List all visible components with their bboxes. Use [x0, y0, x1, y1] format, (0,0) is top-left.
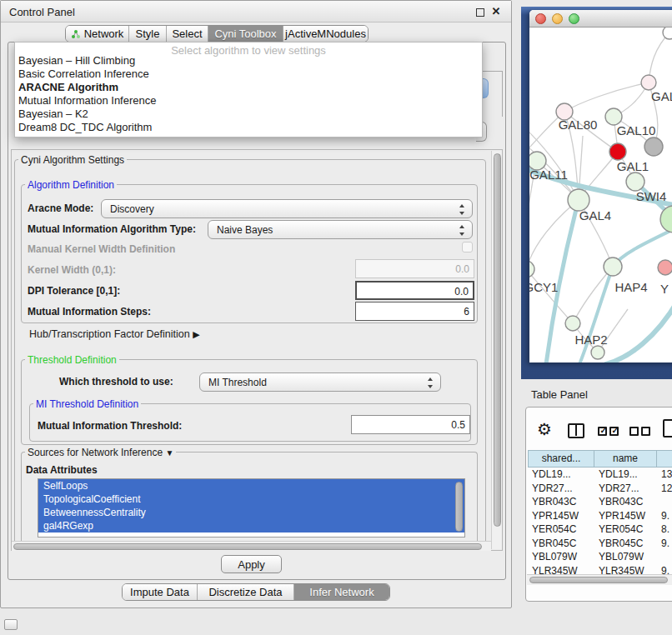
gear-icon[interactable]: ⚙ — [537, 421, 552, 438]
network-view-window: GALGAL80GAL10GAL1GAL11SWI4GAL4GCY1HAP4YH… — [529, 10, 672, 362]
sources-toggle[interactable]: Sources for Network Inference ▼ — [25, 447, 176, 458]
tab-network[interactable]: Network — [66, 26, 129, 42]
table-cell: YBR043C — [528, 495, 594, 509]
node-label: HAP2 — [574, 332, 607, 347]
control-panel-window: Control Panel ✕ NetworkStyleSelectCyni T… — [0, 0, 512, 608]
select-all-icon[interactable] — [598, 427, 619, 436]
which-threshold-select[interactable]: MI Threshold — [199, 372, 441, 392]
vertical-scrollbar-thumb[interactable] — [494, 153, 501, 527]
show-columns-icon[interactable] — [568, 423, 584, 438]
network-canvas[interactable]: GALGAL80GAL10GAL1GAL11SWI4GAL4GCY1HAP4YH… — [529, 28, 672, 362]
network-node[interactable] — [641, 75, 656, 90]
table-cell: 9. — [657, 537, 672, 551]
table-body[interactable]: YDL19...YDL19...13YDR27...YDR27...12YBR0… — [528, 468, 672, 574]
horizontal-scrollbar[interactable] — [12, 541, 491, 551]
mi-algorithm-type-select[interactable]: Naive Bayes — [208, 220, 473, 239]
cyni-bottom-tabs: Impute DataDiscretize DataInfer Network — [122, 583, 390, 601]
network-window-titlebar[interactable] — [529, 10, 672, 28]
table-row[interactable]: YPR145WYPR145W9. — [528, 509, 672, 523]
network-node[interactable] — [605, 108, 622, 125]
table-row[interactable]: YDL19...YDL19...13 — [528, 468, 672, 482]
tab-style[interactable]: Style — [129, 26, 167, 42]
algorithm-option[interactable]: Dream8 DC_TDC Algorithm — [18, 121, 152, 133]
data-attributes-list[interactable]: SelfLoopsTopologicalCoefficientBetweenne… — [38, 478, 465, 538]
export-table-icon[interactable] — [663, 419, 672, 438]
network-node-labels: GALGAL80GAL10GAL1GAL11SWI4GAL4GCY1HAP4YH… — [529, 89, 672, 347]
close-icon[interactable]: ✕ — [491, 7, 501, 17]
data-attribute-item[interactable]: SelfLoops — [38, 479, 464, 492]
column-header[interactable]: shared... — [528, 450, 594, 468]
network-node[interactable] — [658, 260, 672, 275]
table-row[interactable]: YDR27...YDR27...12 — [528, 482, 672, 496]
algorithm-option[interactable]: Bayesian – K2 — [18, 108, 88, 120]
table-header-row: shared...name — [528, 450, 672, 468]
table-horizontal-scrollbar[interactable] — [527, 574, 672, 585]
column-header[interactable]: name — [594, 450, 657, 468]
minimize-traffic-light-icon[interactable] — [552, 13, 563, 24]
tab-jactivemnodules[interactable]: jActiveMNodules — [283, 26, 368, 42]
deselect-all-icon[interactable] — [629, 427, 650, 436]
list-scrollbar-thumb[interactable] — [455, 482, 463, 532]
mi-steps-field[interactable]: 6 — [355, 302, 474, 321]
table-panel-window: ⚙ shared...name YDL19...YDL19...13YDR27.… — [525, 407, 672, 602]
algorithm-option[interactable]: ARACNE Algorithm — [18, 81, 118, 93]
expand-down-icon: ▼ — [165, 448, 173, 458]
network-node[interactable] — [609, 143, 626, 160]
network-node[interactable] — [644, 138, 663, 156]
apply-button[interactable]: Apply — [221, 555, 282, 573]
tab-infer-network[interactable]: Infer Network — [294, 584, 389, 600]
tab-select[interactable]: Select — [167, 26, 208, 42]
tab-cyni-toolbox[interactable]: Cyni Toolbox — [208, 26, 283, 42]
table-cell: YBR043C — [594, 495, 657, 509]
table-row[interactable]: YBR043CYBR043C — [528, 495, 672, 509]
network-node[interactable] — [529, 261, 534, 278]
table-cell: 8. — [657, 522, 672, 537]
control-panel-title: Control Panel — [9, 6, 75, 18]
data-attribute-item[interactable]: gal4RGexp — [38, 519, 464, 532]
table-cell: 9. — [657, 564, 672, 575]
table-row[interactable]: YLR345WYLR345W9. — [528, 564, 672, 575]
table-cell: YBR045C — [528, 537, 594, 551]
data-attribute-item[interactable]: BetweennessCentrality — [38, 506, 464, 519]
node-label: GAL11 — [529, 168, 568, 182]
table-cell: YDL19... — [594, 468, 657, 482]
table-row[interactable]: YER054CYER054C8. — [528, 522, 672, 537]
float-window-icon[interactable] — [476, 8, 484, 17]
table-cell: YLR345W — [528, 564, 594, 575]
network-node[interactable] — [626, 172, 644, 191]
which-threshold-label: Which threshold to use: — [59, 376, 173, 388]
zoom-traffic-light-icon[interactable] — [569, 13, 579, 24]
algorithm-option[interactable]: Bayesian – Hill Climbing — [18, 54, 135, 67]
mi-threshold-field[interactable]: 0.5 — [351, 415, 470, 434]
aracne-mode-select[interactable]: Discovery — [101, 199, 473, 218]
tab-discretize-data[interactable]: Discretize Data — [198, 584, 294, 600]
control-panel-tabs: NetworkStyleSelectCyni ToolboxjActiveMNo… — [65, 25, 369, 42]
network-node[interactable] — [604, 258, 622, 276]
table-row[interactable]: YBR045CYBR045C9. — [528, 537, 672, 551]
network-node[interactable] — [591, 346, 604, 359]
network-node[interactable] — [565, 316, 580, 331]
kernel-width-field[interactable]: 0.0 — [355, 259, 474, 278]
network-node[interactable] — [663, 28, 672, 39]
tab-impute-data[interactable]: Impute Data — [123, 584, 198, 600]
network-icon — [71, 29, 81, 39]
data-attribute-item[interactable]: TopologicalCoefficient — [38, 492, 464, 506]
table-row[interactable]: YBL079WYBL079W — [528, 550, 672, 564]
collapsed-panel-icon[interactable] — [4, 619, 18, 630]
table-cell: YER054C — [594, 522, 657, 537]
table-cell: 9. — [657, 509, 672, 523]
table-panel-title: Table Panel — [531, 388, 588, 401]
hub-definition-toggle[interactable]: Hub/Transcription Factor Definition ▶ — [29, 328, 200, 340]
vertical-scrollbar[interactable] — [491, 151, 502, 549]
horizontal-scrollbar-thumb[interactable] — [13, 543, 482, 550]
manual-kernel-checkbox[interactable] — [462, 242, 473, 252]
combo-spinner-icon — [459, 204, 465, 215]
algorithm-option[interactable]: Basic Correlation Inference — [18, 68, 149, 80]
dpi-tolerance-field[interactable]: 0.0 — [355, 281, 474, 300]
algorithm-option[interactable]: Mutual Information Inference — [18, 94, 156, 107]
expand-right-icon: ▶ — [193, 329, 199, 340]
close-traffic-light-icon[interactable] — [535, 13, 546, 24]
column-header[interactable] — [657, 450, 672, 468]
table-scrollbar-thumb[interactable] — [529, 577, 668, 583]
control-panel-titlebar: Control Panel ✕ — [1, 1, 511, 22]
